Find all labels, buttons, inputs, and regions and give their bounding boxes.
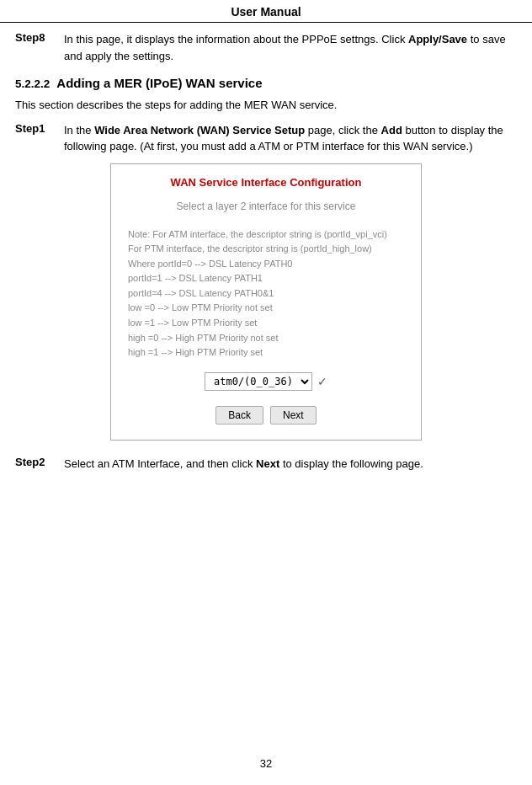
wan-note-line5: portId=4 --> DSL Latency PATH0&1: [128, 286, 412, 302]
wan-select-label: Select a layer 2 interface for this serv…: [120, 200, 412, 212]
step8-row: Step8 In this page, it displays the info…: [15, 31, 517, 64]
wan-note-line3: Where portId=0 --> DSL Latency PATH0: [128, 257, 412, 272]
wan-config-box: WAN Service Interface Configuration Sele…: [110, 163, 422, 441]
back-button[interactable]: Back: [215, 406, 263, 425]
wan-buttons: Back Next: [120, 406, 412, 425]
wan-note-line9: high =1 --> High PTM Priority set: [128, 345, 412, 360]
section-heading: 5.2.2.2 Adding a MER (IPoE) WAN service: [15, 76, 517, 90]
step8-label: Step8: [15, 31, 64, 64]
step8-text-before: In this page, it displays the informatio…: [64, 33, 408, 45]
step8-bold: Apply/Save: [408, 33, 467, 45]
wan-config-title: WAN Service Interface Configuration: [120, 176, 412, 189]
step2-label: Step2: [15, 456, 64, 473]
section-description: This section describes the steps for add…: [15, 97, 517, 114]
step2-bold: Next: [256, 457, 279, 470]
step1-bold1: Wide Area Network (WAN) Service Setup: [94, 124, 305, 136]
section-title: Adding a MER (IPoE) WAN service: [56, 76, 262, 90]
wan-note-line4: portId=1 --> DSL Latency PATH1: [128, 271, 412, 286]
wan-note-line2: For PTM interface, the descriptor string…: [128, 242, 412, 257]
wan-interface-select[interactable]: atm0/(0_0_36): [205, 372, 312, 391]
wan-note-line7: low =1 --> Low PTM Priority set: [128, 316, 412, 331]
step2-content: Select an ATM Interface, and then click …: [64, 456, 517, 473]
step2-text1: Select an ATM Interface, and then click: [64, 457, 256, 470]
wan-check-icon: ✓: [317, 375, 327, 388]
step1-content: In the Wide Area Network (WAN) Service S…: [64, 122, 517, 155]
step2-text2: to display the following page.: [279, 457, 423, 470]
wan-dropdown-row: atm0/(0_0_36) ✓: [120, 372, 412, 391]
step1-row: Step1 In the Wide Area Network (WAN) Ser…: [15, 122, 517, 155]
page-number: 32: [260, 757, 272, 770]
step1-bold2: Add: [381, 124, 402, 136]
step8-content: In this page, it displays the informatio…: [64, 31, 517, 64]
step2-row: Step2 Select an ATM Interface, and then …: [15, 456, 517, 473]
next-button[interactable]: Next: [270, 406, 317, 425]
step1-text2: page, click the: [305, 124, 380, 136]
wan-note-line8: high =0 --> High PTM Priority not set: [128, 331, 412, 346]
wan-note: Note: For ATM interface, the descriptor …: [128, 227, 412, 360]
wan-note-line6: low =0 --> Low PTM Priority not set: [128, 301, 412, 316]
wan-note-line1: Note: For ATM interface, the descriptor …: [128, 227, 412, 243]
step1-text1: In the: [64, 124, 94, 136]
section-number: 5.2.2.2: [15, 77, 50, 90]
page-title: User Manual: [0, 0, 532, 23]
step1-label: Step1: [15, 122, 64, 155]
